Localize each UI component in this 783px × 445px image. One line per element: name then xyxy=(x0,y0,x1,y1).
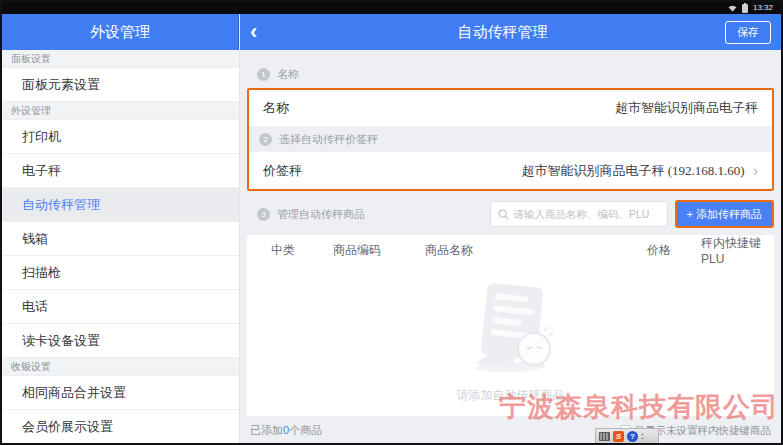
sidebar-list: 面板设置 面板元素设置 外设管理 打印机 电子秤 自动传秤管理 钱箱 扫描枪 电… xyxy=(2,50,239,443)
main-panel: ‹ 自动传秤管理 保存 1 名称 名称 超市智能识别商品电子秤 2 选择自动传 xyxy=(240,14,781,443)
name-row-value: 超市智能识别商品电子秤 xyxy=(615,99,758,117)
main-header: ‹ 自动传秤管理 保存 xyxy=(240,14,781,50)
back-button[interactable]: ‹ xyxy=(250,21,280,43)
col-product-name: 商品名称 xyxy=(425,242,647,259)
step-1-label: 名称 xyxy=(277,67,299,82)
search-input[interactable] xyxy=(514,208,660,220)
ime-menu-icon[interactable]: : xyxy=(641,432,644,441)
sidebar-item-electronic-scale[interactable]: 电子秤 xyxy=(2,154,239,188)
empty-state-text: 请添加自动传秤商品 xyxy=(457,387,565,404)
step-3-header: 3 管理自动传秤商品 xyxy=(257,207,365,222)
added-suffix: 个商品 xyxy=(289,424,322,436)
table-footer: 已添加0个商品 只显示未设置秤内快捷键商品 xyxy=(247,423,774,438)
empty-state-illustration xyxy=(446,277,576,381)
chevron-right-icon: › xyxy=(753,163,758,179)
step-2-icon: 2 xyxy=(259,133,272,146)
ime-toolbar[interactable]: S ? : xyxy=(595,428,659,443)
battery-icon xyxy=(742,4,748,13)
sidebar-title: 外设管理 xyxy=(2,14,239,50)
sogou-input-icon[interactable]: S xyxy=(613,431,624,442)
wifi-icon xyxy=(728,5,737,12)
sidebar-item-cash-drawer[interactable]: 钱箱 xyxy=(2,222,239,256)
sidebar: 外设管理 面板设置 面板元素设置 外设管理 打印机 电子秤 自动传秤管理 钱箱 … xyxy=(2,14,240,443)
product-search-box[interactable] xyxy=(490,201,668,227)
products-toolbar: 3 管理自动传秤商品 + 添加传秤商品 xyxy=(247,200,774,228)
name-row[interactable]: 名称 超市智能识别商品电子秤 xyxy=(249,90,772,127)
app-frame: 13:32 外设管理 面板设置 面板元素设置 外设管理 打印机 电子秤 自动传秤… xyxy=(0,0,783,445)
col-category: 中类 xyxy=(271,242,333,259)
sidebar-item-printer[interactable]: 打印机 xyxy=(2,120,239,154)
step-1-header: 1 名称 xyxy=(247,64,774,84)
sidebar-item-member-price-display[interactable]: 会员价展示设置 xyxy=(2,410,239,443)
table-header-row: 中类 商品编码 商品名称 价格 秤内快捷键PLU xyxy=(247,235,774,265)
sidebar-item-scanner[interactable]: 扫描枪 xyxy=(2,256,239,290)
sidebar-item-auto-scale-management[interactable]: 自动传秤管理 xyxy=(2,188,239,222)
sidebar-section-cashier: 收银设置 xyxy=(2,358,239,376)
step-1-icon: 1 xyxy=(257,68,270,81)
col-price: 价格 xyxy=(647,242,701,259)
main-body: 1 名称 名称 超市智能识别商品电子秤 2 选择自动传秤价签秤 价签秤 超市智能… xyxy=(240,50,781,443)
sidebar-item-card-reader[interactable]: 读卡设备设置 xyxy=(2,324,239,358)
sidebar-item-panel-elements[interactable]: 面板元素设置 xyxy=(2,68,239,102)
sidebar-item-merge-same-products[interactable]: 相同商品合并设置 xyxy=(2,376,239,410)
status-bar: 13:32 xyxy=(2,2,781,14)
sidebar-section-panel: 面板设置 xyxy=(2,50,239,68)
added-count-text: 已添加0个商品 xyxy=(250,423,322,438)
step-3-label: 管理自动传秤商品 xyxy=(277,207,365,222)
scale-row-label: 价签秤 xyxy=(263,162,302,180)
step-2-header: 2 选择自动传秤价签秤 xyxy=(249,127,772,152)
status-time: 13:32 xyxy=(753,4,773,12)
save-button[interactable]: 保存 xyxy=(725,21,771,44)
page-title: 自动传秤管理 xyxy=(280,23,725,42)
add-button-highlight: + 添加传秤商品 xyxy=(675,200,774,228)
name-row-label: 名称 xyxy=(263,99,289,117)
step-2-label: 选择自动传秤价签秤 xyxy=(279,132,378,147)
table-empty-state: 请添加自动传秤商品 xyxy=(247,265,774,416)
added-prefix: 已添加 xyxy=(250,424,283,436)
products-table: 中类 商品编码 商品名称 价格 秤内快捷键PLU xyxy=(247,235,774,416)
step-3-icon: 3 xyxy=(257,208,270,221)
keyboard-icon[interactable] xyxy=(599,432,610,441)
scale-select-row[interactable]: 价签秤 超市智能识别商品电子秤 (192.168.1.60) › xyxy=(249,152,772,189)
search-icon xyxy=(498,209,509,220)
add-scale-product-button[interactable]: + 添加传秤商品 xyxy=(677,202,772,226)
sidebar-section-peripherals: 外设管理 xyxy=(2,102,239,120)
col-plu: 秤内快捷键PLU xyxy=(701,235,774,266)
help-icon[interactable]: ? xyxy=(627,431,638,442)
highlighted-form-group: 名称 超市智能识别商品电子秤 2 选择自动传秤价签秤 价签秤 超市智能识别商品电… xyxy=(247,88,774,191)
col-product-code: 商品编码 xyxy=(333,242,425,259)
scale-row-value: 超市智能识别商品电子秤 (192.168.1.60) xyxy=(522,162,745,180)
sidebar-item-phone[interactable]: 电话 xyxy=(2,290,239,324)
